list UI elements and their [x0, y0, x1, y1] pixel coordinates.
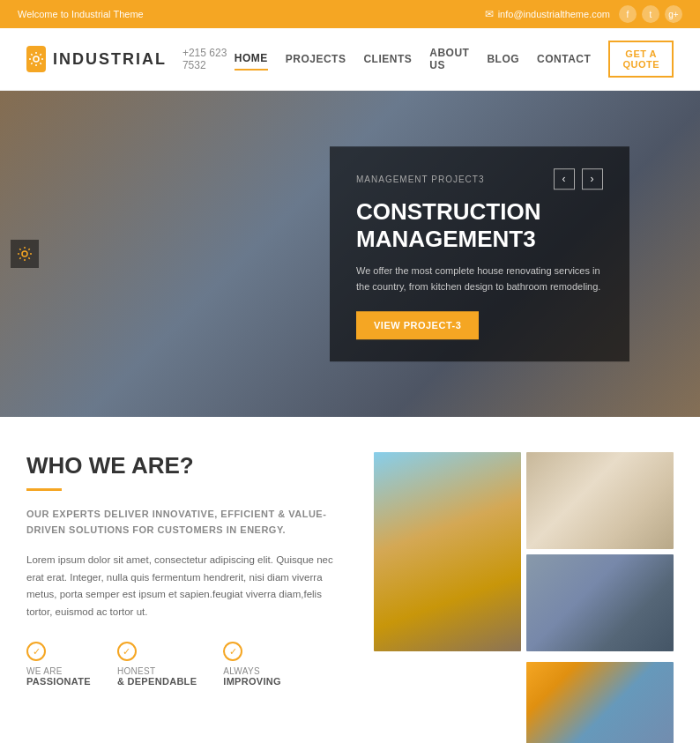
- email-icon: ✉: [485, 8, 494, 20]
- header: INDUSTRIAL +215 623 7532 HOME PROJECTS C…: [0, 28, 700, 91]
- check-label-1: WE AREPASSIONATE: [26, 666, 91, 687]
- nav-about[interactable]: ABOUT US: [429, 42, 469, 76]
- hero-overlay: MANAGEMENT PROJECT3 ‹ › CONSTRUCTION MAN…: [330, 146, 629, 361]
- nav-home[interactable]: HOME: [235, 48, 268, 71]
- facebook-icon[interactable]: f: [619, 5, 637, 23]
- photo-excavator: [374, 452, 521, 651]
- next-arrow[interactable]: ›: [582, 168, 603, 189]
- check-icon-1: ✓: [26, 642, 46, 661]
- check-icon-3: ✓: [223, 642, 242, 661]
- logo-text: INDUSTRIAL: [53, 50, 167, 69]
- who-left: WHO WE ARE? OUR EXPERTS DELIVER INNOVATI…: [26, 452, 339, 743]
- who-title: WHO WE ARE?: [26, 452, 339, 479]
- svg-point-0: [34, 56, 39, 62]
- photo-worker: [526, 554, 674, 651]
- hero-description: We offer the most complete house renovat…: [356, 264, 603, 295]
- check-label-3: ALWAYSIMPROVING: [223, 666, 281, 687]
- excavator-image: [374, 452, 521, 651]
- google-plus-icon[interactable]: g+: [665, 5, 682, 23]
- logo-phone: +215 623 7532: [182, 47, 235, 71]
- photo-helmet-worker: [526, 662, 674, 743]
- hero-arrows: ‹ ›: [554, 168, 603, 189]
- logo: INDUSTRIAL +215 623 7532: [26, 46, 235, 72]
- who-checks: ✓ WE AREPASSIONATE ✓ HONEST& DEPENDABLE …: [26, 642, 339, 687]
- photo-interior: [526, 452, 674, 549]
- who-section: WHO WE ARE? OUR EXPERTS DELIVER INNOVATI…: [0, 417, 700, 743]
- hero-side-icon: [11, 240, 39, 268]
- twitter-icon[interactable]: t: [642, 5, 659, 23]
- gear-icon: [28, 51, 44, 67]
- nav-blog[interactable]: BLOG: [487, 48, 519, 70]
- logo-icon: [26, 46, 46, 72]
- hero-project-label: MANAGEMENT PROJECT3 ‹ ›: [356, 168, 603, 189]
- top-bar: Welcome to Industrial Theme ✉ info@indus…: [0, 0, 700, 28]
- check-label-2: HONEST& DEPENDABLE: [117, 666, 197, 687]
- main-nav: HOME PROJECTS CLIENTS ABOUT US BLOG CONT…: [235, 41, 674, 78]
- get-quote-button[interactable]: GET A QUOTE: [608, 41, 674, 78]
- who-subtitle: OUR EXPERTS DELIVER INNOVATIVE, EFFICIEN…: [26, 507, 339, 538]
- check-improving: ✓ ALWAYSIMPROVING: [223, 642, 281, 687]
- nav-clients[interactable]: CLIENTS: [363, 48, 412, 70]
- welcome-text: Welcome to Industrial Theme: [18, 9, 144, 19]
- prev-arrow[interactable]: ‹: [554, 168, 575, 189]
- helmet-worker-image: [526, 662, 674, 743]
- nav-contact[interactable]: CONTACT: [537, 48, 591, 70]
- social-icons: f t g+: [619, 5, 682, 23]
- interior-image: [526, 452, 674, 549]
- hero-section: MANAGEMENT PROJECT3 ‹ › CONSTRUCTION MAN…: [0, 91, 700, 417]
- hero-title: CONSTRUCTION MANAGEMENT3: [356, 198, 603, 253]
- email-area: ✉ info@industrialtheme.com: [485, 8, 610, 20]
- nav-projects[interactable]: PROJECTS: [286, 48, 346, 70]
- settings-icon: [17, 246, 33, 262]
- email-text: info@industrialtheme.com: [498, 9, 610, 19]
- svg-point-1: [22, 251, 27, 256]
- photo-grid: [374, 452, 674, 743]
- who-divider: [26, 488, 62, 491]
- worker-image: [526, 554, 674, 651]
- check-icon-2: ✓: [117, 642, 137, 661]
- check-honest: ✓ HONEST& DEPENDABLE: [117, 642, 197, 687]
- who-body: Lorem ipsum dolor sit amet, consectetur …: [26, 552, 339, 620]
- check-passionate: ✓ WE AREPASSIONATE: [26, 642, 91, 687]
- top-bar-right: ✉ info@industrialtheme.com f t g+: [485, 5, 682, 23]
- view-project-button[interactable]: VIEW PROJECT-3: [356, 311, 479, 339]
- hero-background: MANAGEMENT PROJECT3 ‹ › CONSTRUCTION MAN…: [0, 91, 700, 417]
